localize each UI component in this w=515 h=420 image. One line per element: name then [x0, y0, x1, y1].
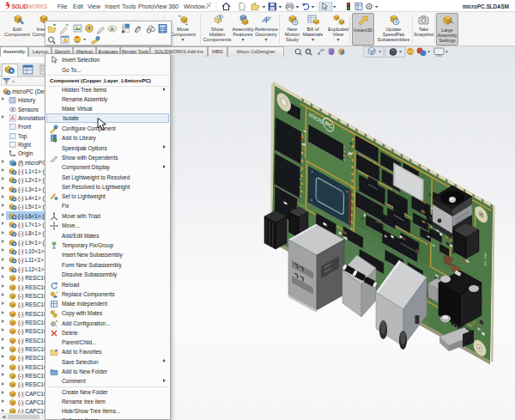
svg-text:Rev. N0: Rev. N0 — [483, 252, 488, 268]
svg-text:A: A — [11, 115, 15, 121]
svg-text:WORKS: WORKS — [27, 3, 47, 9]
svg-text:SOLID: SOLID — [12, 3, 28, 9]
